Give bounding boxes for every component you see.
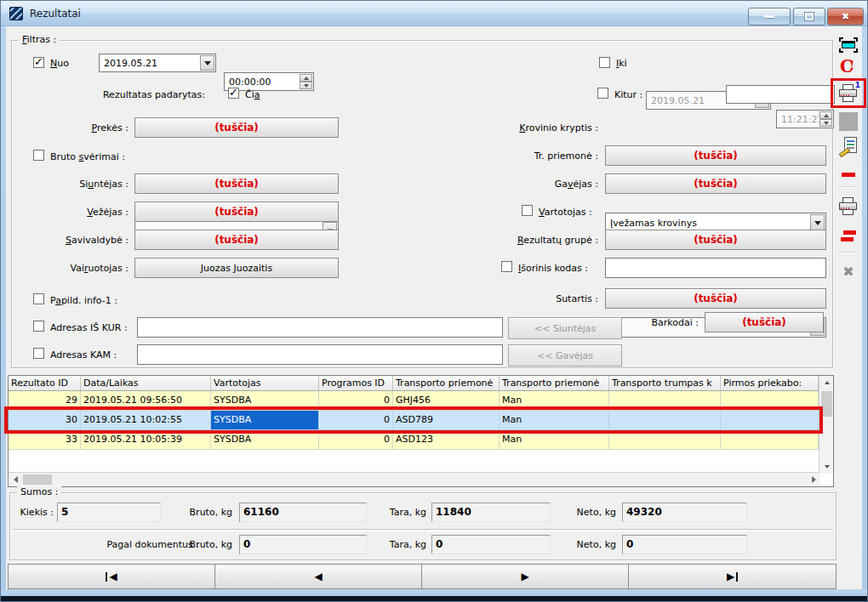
kitur-checkbox[interactable] <box>597 88 608 99</box>
grid-header-cell[interactable]: Programos ID <box>319 376 393 390</box>
rezultatu-grupe-button[interactable]: (tuščia) <box>605 230 826 250</box>
kitur-input[interactable] <box>726 85 835 104</box>
edit-results-button[interactable] <box>837 134 860 158</box>
isorinis-kodas-checkbox[interactable] <box>501 261 512 272</box>
scroll-right-icon[interactable] <box>807 473 820 486</box>
vezejas-button[interactable]: (tuščia) <box>134 202 339 222</box>
isorinis-kodas-input[interactable] <box>605 258 826 278</box>
print-icon <box>838 197 859 216</box>
remove-group-button[interactable] <box>837 224 860 247</box>
grid-cell[interactable]: SYSDBA <box>211 411 319 430</box>
grid-horizontal-scrollbar[interactable] <box>9 472 820 486</box>
copy-gavejas-button[interactable]: << Gavėjas <box>508 344 622 366</box>
grid-cell[interactable]: 0 <box>319 411 393 430</box>
grid-cell[interactable]: 2019.05.21 09:56:50 <box>81 391 211 411</box>
grid-header-cell[interactable]: Pirmos priekabo: <box>721 376 819 390</box>
nuo-time-spin-buttons[interactable] <box>300 74 312 89</box>
refresh-button[interactable]: C! <box>837 55 860 79</box>
grid-cell[interactable]: 2019.05.21 10:02:55 <box>81 411 211 430</box>
padarytas-label: Rezultatas padarytas: <box>18 88 205 101</box>
savivaldybe-button[interactable]: (tuščia) <box>134 230 339 250</box>
fit-window-button[interactable] <box>837 33 860 57</box>
scroll-left-icon[interactable] <box>9 473 22 486</box>
grid-vertical-scrollbar[interactable] <box>819 376 833 474</box>
print-results-button[interactable]: 1 <box>837 82 860 105</box>
grid-cell[interactable]: 0 <box>319 391 393 411</box>
grid-cell[interactable]: Man <box>500 391 609 411</box>
grid-cell[interactable] <box>721 430 819 450</box>
adresas-kam-input[interactable] <box>137 344 503 365</box>
grid-cell[interactable]: 30 <box>9 411 81 430</box>
grid-cell[interactable]: GHJ456 <box>393 391 500 411</box>
grid-cell[interactable]: 0 <box>319 430 393 450</box>
close-button[interactable]: ✖ <box>827 8 864 26</box>
refresh-icon: C! <box>839 58 858 77</box>
rezultatai-window: Rezultatai ✖ Filtras : Nuo 2019.05.21 00… <box>0 0 868 602</box>
vartotojas-checkbox[interactable] <box>522 205 533 216</box>
iki-time-spin-buttons[interactable] <box>819 111 832 127</box>
scroll-up-icon[interactable] <box>819 376 834 389</box>
krovinio-kryptis-dropdown-icon[interactable] <box>810 214 825 231</box>
scroll-down-icon[interactable] <box>819 460 834 474</box>
horizontal-scroll-thumb[interactable] <box>23 474 52 485</box>
adresas-is-kur-input[interactable] <box>137 317 503 338</box>
prekes-label: Prekės : <box>18 122 128 134</box>
papild-info-checkbox[interactable] <box>33 293 44 304</box>
gavejas-button[interactable]: (tuščia) <box>605 173 826 194</box>
prekes-button[interactable]: (tuščia) <box>134 117 339 138</box>
barkodai-value: (tuščia) <box>742 316 786 328</box>
bruto-sverimai-checkbox[interactable] <box>33 150 44 161</box>
print-button[interactable] <box>837 195 860 219</box>
grid-row[interactable]: 292019.05.21 09:56:50SYSDBA0GHJ456Man <box>9 391 819 411</box>
remove-line-button[interactable] <box>837 162 860 186</box>
nav-last-button[interactable]: ▶ <box>628 564 837 589</box>
grid-cell[interactable]: ASD789 <box>393 411 500 430</box>
cia-checkbox[interactable] <box>228 88 239 99</box>
blank-tool-button[interactable] <box>837 110 860 133</box>
nav-next-button[interactable]: ▶ <box>421 564 629 589</box>
grid-cell[interactable]: SYSDBA <box>211 391 319 411</box>
grid-row[interactable]: 332019.05.21 10:05:39SYSDBA0ASD123Man <box>9 430 819 450</box>
grid-cell[interactable]: Man <box>500 411 609 430</box>
nuo-date-dropdown-icon[interactable] <box>200 55 214 71</box>
adresas-is-kur-checkbox[interactable] <box>33 321 44 332</box>
grid-header-cell[interactable]: Rezultato ID <box>9 376 81 390</box>
adresas-kam-checkbox[interactable] <box>33 348 44 359</box>
window-frame-right <box>862 26 868 589</box>
bottom-dark-bar <box>1 596 868 602</box>
nav-prev-button[interactable]: ◀ <box>214 564 422 589</box>
grid-cell[interactable]: ASD123 <box>393 430 500 450</box>
grid-row[interactable]: 302019.05.21 10:02:55SYSDBA0ASD789Man <box>9 411 819 430</box>
nuo-checkbox[interactable] <box>33 57 44 68</box>
grid-cell[interactable] <box>609 411 721 430</box>
iki-checkbox[interactable] <box>599 57 610 68</box>
grid-cell[interactable] <box>609 430 721 450</box>
siuntejas-button[interactable]: (tuščia) <box>134 173 339 194</box>
vairuotojas-button[interactable]: Juozas Juozaitis <box>134 258 339 278</box>
tr-priemone-button[interactable]: (tuščia) <box>605 145 826 166</box>
maximize-button[interactable] <box>793 8 825 26</box>
sutartis-button[interactable]: (tuščia) <box>605 288 826 309</box>
grid-header-cell[interactable]: Transporto priemonė <box>393 376 500 390</box>
grid-cell[interactable] <box>721 391 819 411</box>
iki-time-spinner[interactable]: 11:21:21 <box>776 110 834 128</box>
adresas-is-kur-label: Adresas IŠ KUR : <box>50 321 128 334</box>
vertical-scroll-thumb[interactable] <box>821 391 832 417</box>
grid-cell[interactable]: 33 <box>9 430 81 450</box>
grid-cell[interactable]: 29 <box>9 391 81 411</box>
grid-header-cell[interactable]: Vartotojas <box>211 376 319 390</box>
grid-cell[interactable]: SYSDBA <box>211 430 319 450</box>
grid-header-cell[interactable]: Data/Laikas <box>81 376 211 390</box>
grid-cell[interactable] <box>609 391 721 411</box>
grid-cell[interactable]: 2019.05.21 10:05:39 <box>81 430 211 450</box>
nav-first-button[interactable]: ◀ <box>8 564 215 589</box>
grid-cell[interactable]: Man <box>500 430 609 450</box>
minimize-button[interactable] <box>748 8 791 26</box>
nuo-date-combobox[interactable]: 2019.05.21 <box>99 54 216 72</box>
grid-cell[interactable] <box>721 411 819 430</box>
vairuotojas-value: Juozas Juozaitis <box>201 263 272 274</box>
grid-header-cell[interactable]: Transporto priemonė <box>500 376 609 390</box>
grid-header-cell[interactable]: Transporto trumpas k <box>609 376 721 390</box>
barkodai-button[interactable]: (tuščia) <box>705 312 824 332</box>
delete-button[interactable]: ✖ <box>837 260 860 284</box>
